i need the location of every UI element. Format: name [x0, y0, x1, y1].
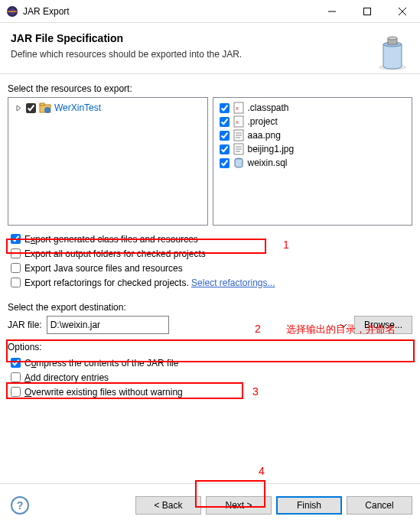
file-checkbox[interactable]	[220, 117, 230, 127]
finish-button[interactable]: Finish	[276, 496, 342, 515]
file-icon: x	[233, 102, 245, 114]
file-item[interactable]: x.classpath	[217, 101, 409, 115]
file-name: aaa.png	[248, 130, 281, 141]
svg-text:x: x	[236, 105, 239, 112]
export-source-checkbox[interactable]	[11, 263, 21, 273]
project-icon	[39, 102, 51, 114]
svg-point-13	[44, 107, 50, 113]
project-name: WerXinTest	[54, 102, 101, 113]
svg-rect-12	[40, 103, 44, 106]
export-refactorings-label: Export refactorings for checked projects…	[24, 278, 189, 288]
file-icon	[233, 157, 245, 169]
file-checkbox[interactable]	[220, 131, 230, 141]
export-source-option[interactable]: Export Java source files and resources	[8, 261, 412, 275]
add-directory-option[interactable]: Add directory entries	[8, 370, 412, 385]
page-title: JAR File Specification	[11, 32, 409, 44]
svg-point-2	[7, 11, 18, 12]
file-name: .classpath	[248, 102, 289, 113]
back-button[interactable]: < Back	[135, 496, 201, 515]
export-source-label: Export Java source files and resources	[24, 263, 183, 274]
cancel-button[interactable]: Cancel	[347, 496, 412, 515]
wizard-footer: ? < Back Next > Finish Cancel	[0, 483, 420, 526]
file-item[interactable]: aaa.png	[217, 128, 409, 142]
overwrite-option[interactable]: Overwrite existing files without warning	[8, 385, 412, 399]
export-classes-option[interactable]: Export generated class files and resourc…	[8, 232, 412, 246]
titlebar: JAR Export	[0, 0, 420, 23]
svg-point-10	[388, 37, 397, 40]
add-directory-label: Add directory entries	[24, 372, 109, 383]
file-item[interactable]: beijing1.jpg	[217, 142, 409, 156]
file-checkbox[interactable]	[220, 144, 230, 154]
project-tree-pane[interactable]: WerXinTest	[8, 97, 208, 226]
maximize-button[interactable]	[350, 0, 385, 23]
file-name: beijing1.jpg	[248, 144, 295, 154]
project-checkbox[interactable]	[26, 103, 36, 113]
export-output-label: Export all output folders for checked pr…	[24, 248, 206, 259]
select-refactorings-link[interactable]: Select refactorings...	[191, 278, 275, 288]
help-button[interactable]: ?	[11, 496, 29, 515]
close-button[interactable]	[385, 0, 420, 23]
file-icon	[233, 129, 245, 141]
file-icon: x	[233, 115, 245, 128]
svg-rect-4	[364, 8, 371, 15]
chevron-down-icon	[340, 320, 347, 330]
export-classes-label: Export generated class files and resourc…	[24, 234, 198, 245]
wizard-header: JAR File Specification Define which reso…	[0, 23, 420, 74]
file-item[interactable]: weixin.sql	[217, 156, 409, 170]
export-classes-checkbox[interactable]	[11, 234, 21, 244]
file-name: .project	[248, 116, 278, 127]
tree-project-item[interactable]: WerXinTest	[11, 101, 204, 115]
svg-text:x: x	[236, 119, 239, 125]
file-checkbox[interactable]	[220, 158, 230, 168]
overwrite-label: Overwrite existing files without warning	[24, 387, 183, 398]
export-refactorings-option[interactable]: Export refactorings for checked projects…	[8, 275, 412, 290]
compress-checkbox[interactable]	[11, 358, 21, 368]
file-name: weixin.sql	[248, 157, 288, 168]
overwrite-checkbox[interactable]	[11, 387, 21, 397]
compress-option[interactable]: Compress the contents of the JAR file	[8, 356, 412, 370]
jar-icon	[374, 31, 411, 72]
annotation-4: 4	[259, 465, 265, 477]
browse-button[interactable]: Browse...	[354, 316, 412, 334]
minimize-button[interactable]	[314, 0, 350, 23]
expand-icon[interactable]	[15, 104, 23, 112]
export-refactorings-checkbox[interactable]	[11, 278, 21, 287]
jar-file-input[interactable]	[47, 316, 169, 334]
file-list-pane[interactable]: x.classpathx.projectaaa.pngbeijing1.jpgw…	[213, 97, 413, 226]
file-checkbox[interactable]	[220, 103, 230, 113]
page-subtitle: Define which resources should be exporte…	[11, 49, 409, 60]
jar-file-label: JAR file:	[8, 320, 42, 330]
window-title: JAR Export	[23, 6, 314, 17]
next-button[interactable]: Next >	[206, 496, 272, 515]
export-output-checkbox[interactable]	[11, 248, 21, 258]
options-group-label: Options:	[8, 342, 412, 352]
file-item[interactable]: x.project	[217, 115, 409, 128]
export-output-option[interactable]: Export all output folders for checked pr…	[8, 246, 412, 261]
file-icon	[233, 143, 245, 155]
add-directory-checkbox[interactable]	[11, 372, 21, 382]
eclipse-icon	[6, 5, 18, 18]
resources-label: Select the resources to export:	[8, 83, 412, 94]
destination-label: Select the export destination:	[8, 302, 412, 313]
compress-label: Compress the contents of the JAR file	[24, 358, 178, 369]
